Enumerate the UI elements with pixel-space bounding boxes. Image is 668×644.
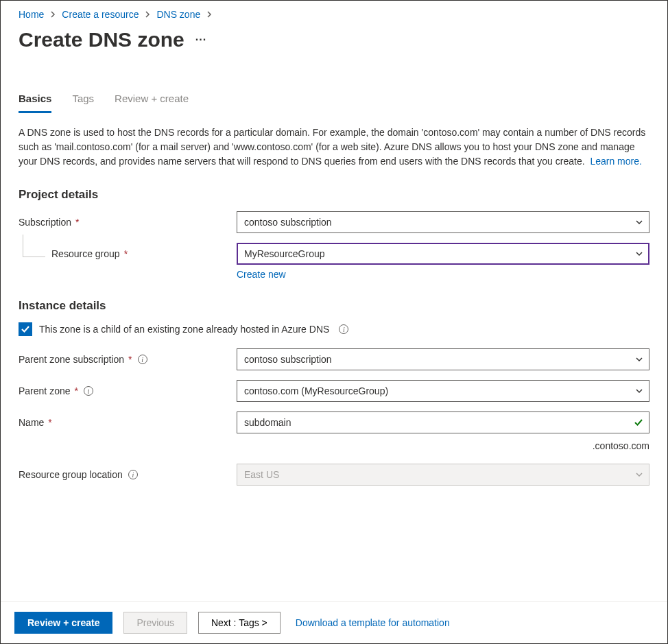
rg-location-select: East US [237, 464, 649, 486]
resource-group-select[interactable]: MyResourceGroup [237, 243, 649, 265]
parent-subscription-value: contoso subscription [244, 354, 332, 365]
parent-subscription-label: Parent zone subscription [19, 354, 124, 365]
chevron-right-icon [144, 11, 151, 18]
checkmark-icon [634, 418, 643, 427]
wizard-footer: Review + create Previous Next : Tags > D… [1, 601, 667, 643]
chevron-down-icon [635, 355, 643, 363]
chevron-down-icon [635, 470, 643, 479]
learn-more-link[interactable]: Learn more. [590, 156, 641, 167]
name-value: subdomain [244, 417, 291, 428]
chevron-down-icon [635, 218, 643, 226]
tabs: Basics Tags Review + create [19, 88, 649, 113]
required-marker: * [75, 217, 79, 228]
resource-group-label: Resource group [51, 248, 120, 259]
tab-basics[interactable]: Basics [19, 88, 51, 113]
subscription-value: contoso subscription [244, 217, 332, 228]
breadcrumb-home[interactable]: Home [19, 9, 44, 20]
page-title: Create DNS zone [19, 28, 184, 51]
breadcrumb-dns-zone[interactable]: DNS zone [156, 9, 200, 20]
required-marker: * [128, 354, 132, 365]
child-zone-checkbox[interactable] [19, 322, 32, 336]
breadcrumb: Home Create a resource DNS zone [19, 8, 649, 25]
section-project-details: Project details [19, 188, 649, 202]
section-instance-details: Instance details [19, 299, 649, 313]
rg-location-value: East US [244, 469, 279, 480]
next-button[interactable]: Next : Tags > [198, 612, 281, 634]
chevron-right-icon [49, 11, 56, 18]
parent-zone-label: Parent zone [19, 385, 71, 396]
name-label: Name [19, 417, 44, 428]
required-marker: * [124, 248, 128, 259]
required-marker: * [48, 417, 51, 428]
rg-location-label: Resource group location [19, 469, 123, 480]
name-input[interactable]: subdomain [237, 412, 649, 433]
info-icon[interactable]: i [138, 355, 147, 364]
breadcrumb-create-resource[interactable]: Create a resource [62, 9, 139, 20]
subscription-label: Subscription [19, 217, 71, 228]
intro-body: A DNS zone is used to host the DNS recor… [19, 127, 645, 167]
parent-subscription-select[interactable]: contoso subscription [237, 348, 649, 370]
subscription-select[interactable]: contoso subscription [237, 211, 649, 233]
more-actions-button[interactable]: ··· [195, 34, 206, 45]
info-icon[interactable]: i [84, 386, 93, 396]
child-zone-label: This zone is a child of an existing zone… [39, 324, 329, 335]
chevron-down-icon [635, 387, 643, 395]
download-template-link[interactable]: Download a template for automation [296, 617, 450, 628]
parent-zone-select[interactable]: contoso.com (MyResourceGroup) [237, 380, 649, 402]
tab-review-create[interactable]: Review + create [115, 88, 189, 112]
review-create-button[interactable]: Review + create [14, 612, 112, 634]
name-suffix: .contoso.com [19, 440, 649, 451]
intro-text: A DNS zone is used to host the DNS recor… [19, 126, 649, 169]
create-new-rg-link[interactable]: Create new [237, 269, 286, 280]
chevron-right-icon [206, 11, 213, 18]
info-icon[interactable]: i [128, 470, 138, 479]
parent-zone-value: contoso.com (MyResourceGroup) [244, 385, 388, 396]
resource-group-value: MyResourceGroup [244, 248, 325, 259]
tab-tags[interactable]: Tags [72, 88, 94, 112]
required-marker: * [75, 385, 78, 396]
previous-button: Previous [123, 612, 187, 634]
info-icon[interactable]: i [339, 324, 348, 334]
chevron-down-icon [635, 250, 643, 258]
